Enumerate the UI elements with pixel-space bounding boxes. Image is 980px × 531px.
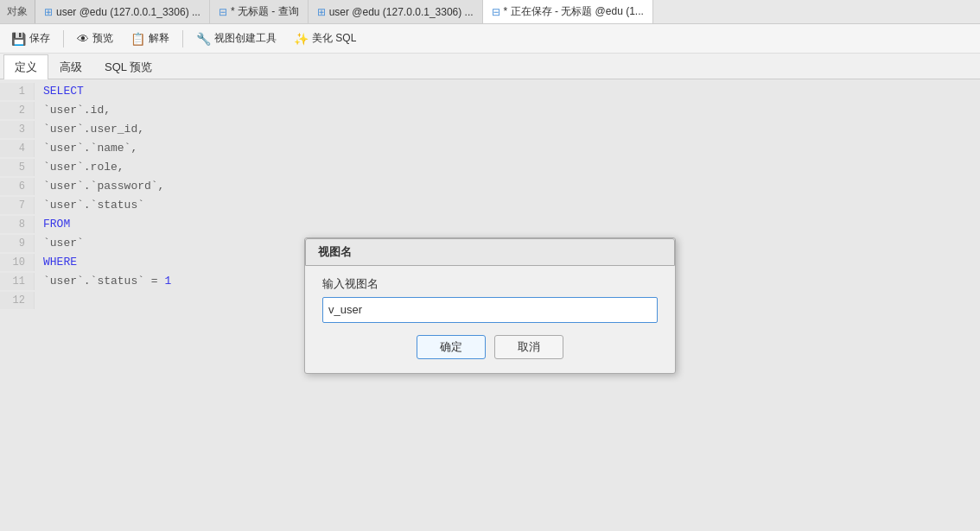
object-panel-label: 对象 [0,0,35,23]
separator-1 [63,30,64,47]
beautify-icon: ✨ [294,32,309,46]
view-name-dialog: 视图名 输入视图名 确定 取消 [304,237,676,374]
sub-tabs: 定义 高级 SQL 预览 [0,54,980,79]
view-tool-icon: 🔧 [196,32,211,46]
explain-button[interactable]: 📋 解释 [123,28,177,49]
view-name-label: 输入视图名 [322,276,658,292]
cancel-button[interactable]: 取消 [494,335,563,359]
confirm-button[interactable]: 确定 [417,335,486,359]
tab-saving[interactable]: ⊟ * 正在保存 - 无标题 @edu (1... [483,0,653,23]
tab-sql-preview[interactable]: SQL 预览 [93,54,163,79]
tab-user-1[interactable]: ⊞ user @edu (127.0.0.1_3306) ... [35,0,210,23]
title-bar: 对象 ⊞ user @edu (127.0.0.1_3306) ... ⊟ * … [0,0,980,24]
preview-icon: 👁 [77,32,89,46]
table-icon-2: ⊞ [317,6,326,18]
explain-icon: 📋 [130,32,145,46]
modal-overlay: 视图名 输入视图名 确定 取消 [0,79,980,531]
view-tool-button[interactable]: 🔧 视图创建工具 [188,28,284,49]
beautify-sql-button[interactable]: ✨ 美化 SQL [286,28,364,49]
table-icon-1: ⊞ [44,6,53,18]
view-name-input[interactable] [322,297,658,323]
query-icon-1: ⊟ [219,6,227,18]
tab-user-2[interactable]: ⊞ user @edu (127.0.0.1_3306) ... [309,0,483,23]
tab-advanced[interactable]: 高级 [48,54,93,79]
preview-button[interactable]: 👁 预览 [69,28,121,49]
separator-2 [182,30,183,47]
main-area: 1 SELECT 2 `user`.id, 3 `user`.user_id, … [0,79,980,531]
save-icon: 💾 [11,32,26,46]
tab-define[interactable]: 定义 [3,54,48,79]
toolbar: 💾 保存 👁 预览 📋 解释 🔧 视图创建工具 ✨ 美化 SQL [0,24,980,54]
modal-buttons: 确定 取消 [322,335,658,359]
save-button[interactable]: 💾 保存 [3,28,58,49]
query-icon-2: ⊟ [492,6,500,18]
modal-title: 视图名 [305,238,675,266]
tab-query-1[interactable]: ⊟ * 无标题 - 查询 [210,0,309,23]
